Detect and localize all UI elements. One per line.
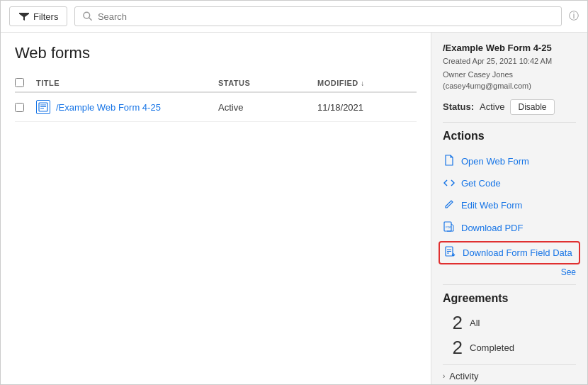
panel-created: Created Apr 25, 2021 10:42 AM [443,55,576,67]
filter-button[interactable]: Filters [9,6,67,26]
sort-icon: ↓ [361,79,365,87]
action-download-form-field-data[interactable]: Download Form Field Data [439,241,580,264]
activity-row[interactable]: › Activity [443,364,576,385]
code-icon [443,178,456,189]
toolbar: Filters ⓘ [1,1,587,33]
row-status: Active [218,102,317,113]
action-download-pdf[interactable]: PDF Download PDF [443,216,576,240]
search-container [74,6,562,26]
agreements-grid: 2 All 2 Completed [443,312,576,359]
status-label: Status: [443,101,474,112]
status-row: Status: Active Disable [443,99,576,115]
action-download-form-field-data-label: Download Form Field Data [463,247,572,258]
chevron-right-icon: › [443,372,445,380]
agreement-completed-count: 2 [443,337,463,359]
page-title: Web forms [15,44,417,62]
disable-button[interactable]: Disable [510,99,554,115]
divider-1 [443,122,576,123]
form-icon [36,100,50,114]
agreement-all-row: 2 All [443,312,576,334]
agreement-all-label: All [470,318,480,328]
agreements-title: Agreements [443,292,576,305]
svg-line-1 [89,18,92,21]
divider-2 [443,284,576,285]
status-value: Active [480,101,504,112]
filter-icon [18,11,30,22]
info-icon[interactable]: ⓘ [569,10,579,23]
row-modified: 11/18/2021 [317,102,417,113]
activity-label: Activity [449,371,478,381]
header-checkbox-col [15,78,36,87]
agreement-all-count: 2 [443,312,463,334]
agreement-completed-label: Completed [470,342,514,353]
header-title-col: TITLE [36,79,218,87]
row-checkbox-col [15,103,36,112]
main-content: Web forms TITLE STATUS MODIFIED ↓ [1,33,587,384]
row-title-col: /Example Web Form 4-25 [36,100,218,114]
svg-point-0 [84,12,90,18]
table-header: TITLE STATUS MODIFIED ↓ [15,74,417,93]
row-title: /Example Web Form 4-25 [56,102,161,113]
action-open-web-form-label: Open Web Form [461,156,529,167]
action-edit-web-form[interactable]: Edit Web Form [443,194,576,216]
panel-owner: Owner Casey Jones (casey4umg@gmail.com) [443,69,576,92]
action-get-code[interactable]: Get Code [443,173,576,194]
svg-text:PDF: PDF [446,225,452,229]
header-modified-col: MODIFIED ↓ [317,79,417,87]
actions-title: Actions [443,130,576,143]
filter-label: Filters [33,11,58,22]
panel-form-name: /Example Web Form 4-25 [443,43,576,53]
right-panel: /Example Web Form 4-25 Created Apr 25, 2… [431,33,587,384]
pencil-icon [443,199,456,211]
see-more-link[interactable]: See [443,267,576,277]
action-open-web-form[interactable]: Open Web Form [443,150,576,173]
action-edit-web-form-label: Edit Web Form [461,200,522,211]
row-checkbox[interactable] [15,103,24,112]
data-icon [444,246,457,260]
agreement-completed-row: 2 Completed [443,337,576,359]
select-all-checkbox[interactable] [15,78,24,87]
header-status-col: STATUS [218,79,317,87]
agreements-section: Agreements 2 All 2 Completed [443,292,576,359]
pdf-icon: PDF [443,221,456,235]
search-icon [82,11,93,22]
search-input[interactable] [98,11,554,22]
doc-icon [443,155,456,168]
action-get-code-label: Get Code [461,178,501,189]
left-panel: Web forms TITLE STATUS MODIFIED ↓ [1,33,431,384]
table-row[interactable]: /Example Web Form 4-25 Active 11/18/2021 [15,93,417,122]
action-download-pdf-label: Download PDF [461,223,523,233]
